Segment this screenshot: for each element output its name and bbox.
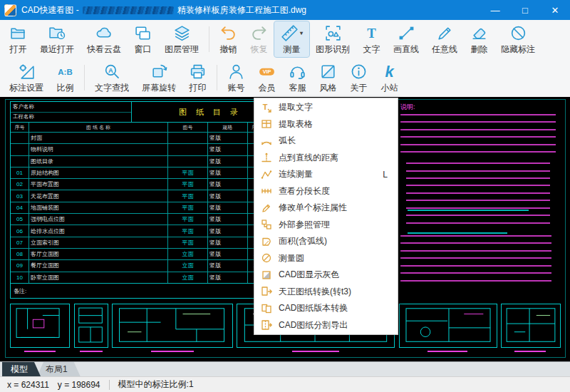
redo-icon	[250, 24, 268, 43]
svg-text:A:B: A:B	[58, 68, 72, 76]
floorplan-thumbnail	[74, 304, 108, 348]
style-button[interactable]: 风格	[313, 60, 343, 96]
measure-ruler-icon	[281, 24, 299, 42]
delete-button[interactable]: 删除	[464, 21, 494, 57]
gray-display-icon	[261, 269, 272, 281]
toolbar-separator	[217, 65, 217, 91]
open-button[interactable]: 打开	[3, 21, 33, 57]
undo-button[interactable]: 撤销	[213, 21, 244, 57]
annotation-settings-button[interactable]: 标注设置	[3, 60, 50, 96]
vip-button[interactable]: VIP 会员	[252, 60, 282, 96]
menu-item-modify-annotation-property[interactable]: 修改单个标注属性	[254, 200, 398, 217]
site-button[interactable]: k 小站	[374, 60, 405, 96]
arc-length-icon	[261, 135, 272, 147]
text-search-button[interactable]: A 文字查找	[88, 60, 135, 96]
app-window: CAD快速看图 - 精装修样板房装修工程施工图.dwg — □ ✕ 打开 最近打…	[0, 0, 570, 392]
version-convert-icon	[261, 303, 272, 314]
titlebar: CAD快速看图 - 精装修样板房装修工程施工图.dwg — □ ✕	[0, 0, 570, 20]
scale-button[interactable]: A:B 比例	[50, 60, 81, 96]
table-footer-note: 备注:	[14, 287, 26, 295]
menu-item-arc-length[interactable]: 弧长	[254, 133, 398, 150]
continuous-measure-icon	[261, 169, 272, 180]
measure-dropdown-menu: T 提取文字 提取表格 弧长 点到直线的距离 连续测量 L 查看分段长度 修改单…	[254, 98, 398, 335]
recent-open-button[interactable]: 最近打开	[33, 21, 81, 57]
menu-shortcut: L	[383, 170, 388, 180]
notes-text-lines	[406, 163, 550, 229]
notes-cyan-line	[408, 210, 529, 211]
tab-model[interactable]: 模型	[2, 362, 41, 376]
table-project-label: 工程名称	[13, 113, 34, 120]
cloud-drive-button[interactable]: 快看云盘	[81, 21, 128, 57]
menu-item-point-to-line-distance[interactable]: 点到直线的距离	[254, 150, 398, 167]
account-icon	[227, 62, 245, 81]
window-icon	[134, 24, 152, 43]
menu-item-xref-manager[interactable]: 外部参照管理	[254, 217, 398, 234]
window-title: CAD快速看图 - 精装修样板房装修工程施工图.dwg	[21, 4, 306, 16]
svg-text:k: k	[385, 63, 395, 81]
screen-rotate-icon	[150, 62, 168, 81]
account-button[interactable]: 账号	[221, 60, 252, 96]
shape-recognition-button[interactable]: 图形识别	[309, 21, 356, 57]
measure-circle-icon	[261, 252, 272, 264]
close-button[interactable]: ✕	[540, 0, 570, 20]
menu-item-tianzheng-convert[interactable]: 天正图纸转换(转t3)	[254, 284, 398, 301]
printer-icon	[189, 62, 207, 81]
area-with-arc-icon	[261, 236, 272, 247]
xref-manager-icon	[261, 219, 272, 230]
maximize-button[interactable]: □	[510, 0, 540, 20]
menu-item-extract-table[interactable]: 提取表格	[254, 116, 398, 133]
draw-line-icon	[398, 24, 415, 43]
thumbnail-caption	[151, 351, 194, 352]
customer-service-button[interactable]: 客服	[282, 60, 313, 96]
screen-rotate-button[interactable]: 屏幕旋转	[135, 60, 182, 96]
menu-item-gray-display[interactable]: CAD图显示灰色	[254, 267, 398, 284]
layer-manager-button[interactable]: 图层管理	[158, 21, 205, 57]
app-logo-icon	[4, 4, 16, 16]
thumbnail-caption	[428, 351, 467, 352]
scale-ab-icon: A:B	[56, 62, 74, 81]
floorplan-thumbnail	[501, 304, 561, 348]
freehand-line-button[interactable]: 任意线	[425, 21, 464, 57]
cloud-icon	[95, 24, 113, 43]
recent-folder-icon	[48, 24, 66, 43]
coordinate-x-readout: x = 624311	[7, 380, 49, 390]
menu-item-continuous-measure[interactable]: 连续测量 L	[254, 166, 398, 183]
thumbnail-caption	[80, 351, 103, 352]
svg-text:T: T	[263, 103, 268, 111]
menu-item-area-with-arc[interactable]: 面积(含弧线)	[254, 233, 398, 250]
notes-text-lines	[400, 114, 556, 158]
draw-line-button[interactable]: 画直线	[387, 21, 425, 57]
notes-title: 说明:	[400, 103, 561, 112]
text-button[interactable]: T 文字	[356, 21, 387, 57]
svg-text:T: T	[367, 25, 376, 40]
menu-item-measure-circle[interactable]: 测量圆	[254, 250, 398, 267]
about-button[interactable]: 关于	[343, 60, 374, 96]
status-bar: x = 624311 y = 198694 模型中的标注比例:1	[0, 376, 570, 392]
layers-icon	[173, 24, 191, 43]
print-button[interactable]: 打印	[182, 60, 213, 96]
statusbar-separator	[109, 380, 110, 390]
measure-button[interactable]: ▾ 测量	[274, 21, 309, 57]
tab-layout1[interactable]: 布局1	[37, 362, 81, 376]
minimize-button[interactable]: —	[480, 0, 510, 20]
info-icon	[350, 62, 368, 81]
menu-item-segment-length[interactable]: 查看分段长度	[254, 183, 398, 200]
thumbnail-caption	[292, 351, 339, 352]
point-to-line-icon	[261, 152, 272, 163]
window-button[interactable]: 窗口	[128, 21, 158, 57]
thumbnail-caption	[514, 351, 546, 352]
menu-item-version-convert[interactable]: CAD图纸版本转换	[254, 300, 398, 317]
redo-button[interactable]: 恢复	[244, 21, 274, 57]
headset-icon	[289, 62, 306, 81]
table-client-label: 客户名称	[13, 103, 34, 110]
floorplan-thumbnail	[10, 304, 70, 348]
hide-annotation-button[interactable]: 隐藏标注	[494, 21, 542, 57]
extract-text-icon: T	[261, 102, 272, 113]
app-name: CAD快速看图 -	[21, 4, 79, 16]
redacted-file-path	[83, 6, 174, 14]
menu-item-split-export[interactable]: CAD图纸分割导出	[254, 317, 398, 334]
pencil-icon	[436, 24, 454, 43]
menu-item-extract-text[interactable]: T 提取文字	[254, 99, 398, 116]
k-logo-icon: k	[380, 62, 398, 81]
toolbar-separator	[84, 65, 85, 91]
